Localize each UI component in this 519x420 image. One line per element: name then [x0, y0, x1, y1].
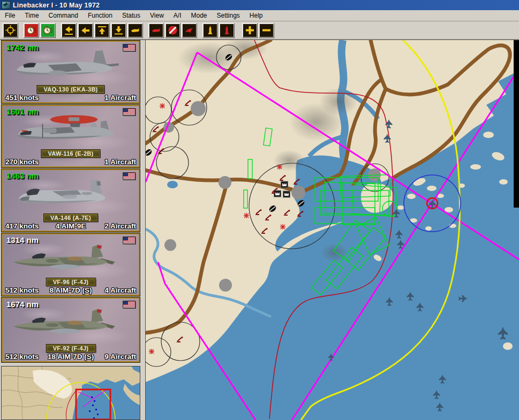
us-flag-icon — [123, 44, 136, 51]
menu-bar: File Time Command Function Status View A… — [0, 10, 519, 21]
menu-ai[interactable]: A/I — [169, 11, 186, 20]
squadron-panel-vf96[interactable]: 1314 nm VF-96 (F-4J) 512 knots 8 AIM-7D … — [1, 233, 140, 296]
window-title: Linebacker I - 10 May 1972 — [13, 2, 100, 9]
us-flag-icon — [123, 172, 136, 180]
center-target-button[interactable] — [3, 23, 18, 38]
speed-label: 512 knots — [5, 353, 39, 361]
us-flag-icon — [123, 108, 136, 116]
menu-time[interactable]: Time — [20, 11, 43, 20]
clock-run-icon — [43, 25, 53, 35]
menu-function[interactable]: Function — [83, 11, 117, 20]
arrow-up-bar-icon — [97, 25, 107, 35]
app-icon — [2, 1, 11, 9]
missile-yellow-icon — [205, 25, 215, 35]
no-engage-icon — [168, 25, 178, 35]
squadron-name-plate: VF-96 (F-4J) — [46, 278, 96, 286]
move-up-edge-button[interactable] — [94, 23, 110, 38]
count-label: 9 Aircraft — [104, 353, 136, 361]
linebacker-window: { "window": { "title": "Linebacker I - 1… — [0, 0, 519, 420]
aircraft-image-f4j — [10, 240, 134, 281]
squadron-panel-vaq130[interactable]: 1742 nm VAQ-130 (EKA-3B) 451 knots 1 Air… — [1, 40, 140, 104]
menu-mode[interactable]: Mode — [186, 11, 212, 20]
speed-label: 451 knots — [5, 94, 39, 102]
break-off-button[interactable] — [182, 23, 197, 38]
aircraft-image-a7e — [10, 175, 134, 217]
us-flag-icon — [123, 236, 136, 244]
zoom-in-button[interactable] — [242, 23, 258, 38]
time-stop-button[interactable] — [24, 23, 39, 38]
main-map[interactable] — [145, 40, 519, 420]
aircraft-image-eka3b — [10, 47, 134, 89]
squadron-name-plate: VAW-116 (E-2B) — [41, 149, 100, 158]
count-label: 1 Aircraft — [104, 158, 136, 166]
plus-icon — [245, 25, 255, 35]
aircraft-bank-red-icon — [184, 25, 194, 35]
aircraft-image-f4j — [10, 304, 134, 346]
menu-settings[interactable]: Settings — [212, 11, 245, 20]
minimap-sea — [72, 379, 140, 419]
arrow-left-bar-icon — [64, 25, 74, 35]
toolbar — [0, 21, 519, 40]
speed-label: 417 knots — [5, 222, 39, 230]
squadron-name-plate: VA-146 (A-7E) — [43, 213, 98, 222]
arrow-down-bar-icon — [114, 25, 124, 35]
clock-stop-icon — [26, 25, 36, 35]
map-edge-void — [514, 40, 519, 208]
aircraft-yellow-icon — [130, 25, 140, 35]
count-label: 2 Aircraft — [104, 222, 136, 230]
overview-minimap[interactable] — [1, 366, 140, 420]
count-label: 1 Aircraft — [104, 94, 136, 102]
arrow-left-icon — [80, 25, 91, 35]
missile-red-icon — [222, 25, 232, 35]
squadron-panel-vaw116[interactable]: 1601 nm VAW-116 (E-2B) 270 knots 1 Aircr… — [1, 104, 140, 168]
zoom-out-button[interactable] — [259, 23, 274, 38]
menu-status[interactable]: Status — [117, 11, 145, 20]
count-label: 4 Aircraft — [104, 286, 136, 294]
aircraft-red-icon — [151, 25, 161, 35]
range-label: 1463 nm — [6, 171, 39, 180]
range-label: 1601 nm — [6, 107, 39, 116]
speed-label: 270 knots — [5, 158, 39, 166]
squadron-panel-vf92[interactable]: 1674 nm VF-92 (F-4J) 512 knots 18 AIM-7D… — [1, 297, 140, 363]
minus-icon — [261, 25, 272, 35]
range-label: 1314 nm — [6, 235, 39, 245]
select-aircraft-button[interactable] — [127, 23, 143, 38]
us-flag-icon — [123, 301, 136, 308]
engage-aircraft-button[interactable] — [148, 23, 164, 38]
crosshair-icon — [5, 25, 16, 35]
squadron-panel-va146[interactable]: 1463 nm VA-146 (A-7E) 417 knots 4 AIM-9E… — [1, 169, 140, 232]
move-left-edge-button[interactable] — [61, 23, 77, 38]
no-engage-button[interactable] — [165, 23, 180, 38]
range-label: 1742 nm — [6, 43, 39, 52]
move-down-edge-button[interactable] — [111, 23, 126, 38]
squadron-name-plate: VAQ-130 (EKA-3B) — [36, 85, 104, 94]
title-bar[interactable]: Linebacker I - 10 May 1972 — [0, 0, 519, 10]
squadron-name-plate: VF-92 (F-4J) — [46, 344, 96, 353]
missile-fire-button[interactable] — [219, 23, 235, 38]
menu-command[interactable]: Command — [44, 11, 83, 20]
move-left-button[interactable] — [78, 23, 93, 38]
missile-select-button[interactable] — [202, 23, 218, 38]
menu-file[interactable]: File — [0, 11, 20, 20]
range-label: 1674 nm — [6, 300, 39, 309]
menu-help[interactable]: Help — [245, 11, 268, 20]
speed-label: 512 knots — [5, 286, 39, 294]
time-run-button[interactable] — [40, 23, 56, 38]
aircraft-image-e2b — [10, 111, 134, 153]
menu-view[interactable]: View — [145, 11, 169, 20]
